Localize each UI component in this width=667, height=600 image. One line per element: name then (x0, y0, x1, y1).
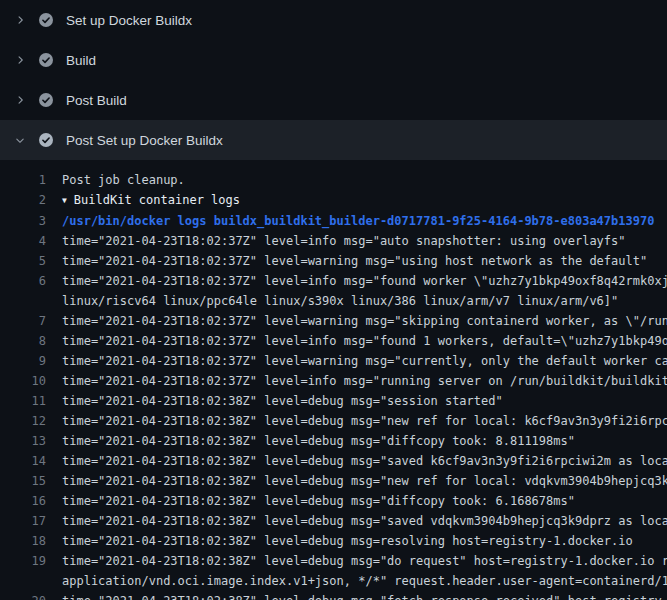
log-line-text: time="2021-04-23T18:02:38Z" level=debug … (62, 434, 575, 448)
log-line-number[interactable]: 9 (0, 351, 46, 371)
log-line: 7 time="2021-04-23T18:02:37Z" level=warn… (0, 311, 667, 331)
log-line-text: Post job cleanup. (62, 173, 185, 187)
log-line: 8 time="2021-04-23T18:02:37Z" level=info… (0, 331, 667, 351)
chevron-right-icon[interactable] (12, 92, 28, 108)
log-line-number[interactable]: 2 (0, 190, 46, 211)
check-circle-icon (38, 52, 54, 68)
actions-log-viewer: Set up Docker Buildx Build P (0, 0, 667, 600)
log-line-text: time="2021-04-23T18:02:37Z" level=info m… (62, 334, 667, 348)
log-line: 3 /usr/bin/docker logs buildx_buildkit_b… (0, 211, 667, 231)
log-line-number[interactable]: 20 (0, 591, 46, 600)
log-line: 13 time="2021-04-23T18:02:38Z" level=deb… (0, 431, 667, 451)
log-line-text: /usr/bin/docker logs buildx_buildkit_bui… (62, 214, 654, 228)
log-line: 5 time="2021-04-23T18:02:37Z" level=warn… (0, 251, 667, 271)
log-line: 19 time="2021-04-23T18:02:38Z" level=deb… (0, 551, 667, 591)
chevron-right-icon[interactable] (12, 12, 28, 28)
log-line: 4 time="2021-04-23T18:02:37Z" level=info… (0, 231, 667, 251)
log-line-text: time="2021-04-23T18:02:38Z" level=debug … (62, 454, 667, 468)
check-circle-icon (38, 12, 54, 28)
log-line: 6 time="2021-04-23T18:02:37Z" level=info… (0, 271, 667, 311)
chevron-right-icon[interactable] (12, 52, 28, 68)
log-line-number[interactable]: 11 (0, 391, 46, 411)
step-title: Post Set up Docker Buildx (66, 133, 223, 148)
log-line-number[interactable]: 13 (0, 431, 46, 451)
log-line-text: time="2021-04-23T18:02:38Z" level=debug … (62, 494, 575, 508)
log-line-text: time="2021-04-23T18:02:38Z" level=debug … (62, 514, 667, 528)
log-line-number[interactable]: 8 (0, 331, 46, 351)
log-line: 20 time="2021-04-23T18:02:38Z" level=deb… (0, 591, 667, 600)
log-line-number[interactable]: 5 (0, 251, 46, 271)
log-line-text: time="2021-04-23T18:02:38Z" level=debug … (62, 394, 503, 408)
chevron-right-icon[interactable] (12, 132, 28, 148)
log-line-text: time="2021-04-23T18:02:37Z" level=warnin… (62, 354, 667, 368)
log-line: 9 time="2021-04-23T18:02:37Z" level=warn… (0, 351, 667, 371)
log-line-number[interactable]: 16 (0, 491, 46, 511)
log-line-text: time="2021-04-23T18:02:38Z" level=debug … (62, 594, 667, 600)
log-line: 10 time="2021-04-23T18:02:37Z" level=inf… (0, 371, 667, 391)
log-line-number[interactable]: 14 (0, 451, 46, 471)
log-line-number[interactable]: 4 (0, 231, 46, 251)
log-line-text: time="2021-04-23T18:02:37Z" level=warnin… (62, 314, 667, 328)
log-line-text: time="2021-04-23T18:02:37Z" level=info m… (62, 274, 667, 308)
log-line: 18 time="2021-04-23T18:02:38Z" level=deb… (0, 531, 667, 551)
log-line-number[interactable]: 17 (0, 511, 46, 531)
log-line-number[interactable]: 3 (0, 211, 46, 231)
step-title: Post Build (66, 93, 127, 108)
log-line-text: time="2021-04-23T18:02:38Z" level=debug … (62, 474, 667, 488)
log-line-number[interactable]: 18 (0, 531, 46, 551)
log-line: 11 time="2021-04-23T18:02:38Z" level=deb… (0, 391, 667, 411)
log-line-number[interactable]: 7 (0, 311, 46, 331)
log-line: 1 Post job cleanup. (0, 170, 667, 190)
step-header[interactable]: Post Build (0, 80, 667, 120)
log-line-text: time="2021-04-23T18:02:37Z" level=info m… (62, 374, 667, 388)
log-line-number[interactable]: 6 (0, 271, 46, 311)
step-header[interactable]: Post Set up Docker Buildx (0, 120, 667, 160)
log-line-text: time="2021-04-23T18:02:37Z" level=warnin… (62, 254, 647, 268)
check-circle-icon (38, 132, 54, 148)
step-header[interactable]: Build (0, 40, 667, 80)
log-line-text: time="2021-04-23T18:02:38Z" level=debug … (62, 534, 633, 548)
log-line-number[interactable]: 1 (0, 170, 46, 190)
log-line-number[interactable]: 15 (0, 471, 46, 491)
log-line: 15 time="2021-04-23T18:02:38Z" level=deb… (0, 471, 667, 491)
log-line: 12 time="2021-04-23T18:02:38Z" level=deb… (0, 411, 667, 431)
step-header[interactable]: Set up Docker Buildx (0, 0, 667, 40)
log-line-number[interactable]: 12 (0, 411, 46, 431)
log-line-number[interactable]: 19 (0, 551, 46, 591)
log-line-text: BuildKit container logs (74, 193, 240, 207)
step-title: Build (66, 53, 96, 68)
log-line: 2 ▼BuildKit container logs (0, 190, 667, 211)
log-line: 17 time="2021-04-23T18:02:38Z" level=deb… (0, 511, 667, 531)
log-line: 14 time="2021-04-23T18:02:38Z" level=deb… (0, 451, 667, 471)
log-line: 16 time="2021-04-23T18:02:38Z" level=deb… (0, 491, 667, 511)
steps-list: Set up Docker Buildx Build P (0, 0, 667, 160)
log-line-number[interactable]: 10 (0, 371, 46, 391)
log-line-text: time="2021-04-23T18:02:38Z" level=debug … (62, 554, 667, 588)
check-circle-icon (38, 92, 54, 108)
log-group-toggle-icon[interactable]: ▼ (62, 191, 67, 211)
log-line-text: time="2021-04-23T18:02:38Z" level=debug … (62, 414, 667, 428)
step-title: Set up Docker Buildx (66, 13, 192, 28)
log-lines: 1 Post job cleanup. 2 ▼BuildKit containe… (0, 160, 667, 600)
log-line-text: time="2021-04-23T18:02:37Z" level=info m… (62, 234, 626, 248)
